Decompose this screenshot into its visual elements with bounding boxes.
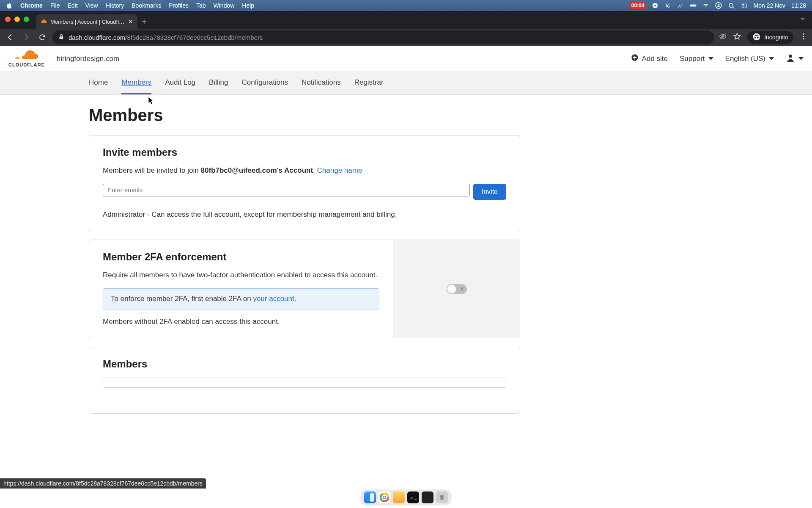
svg-rect-13 — [742, 6, 744, 8]
menu-help[interactable]: Help — [242, 2, 254, 9]
user-menu[interactable] — [786, 53, 804, 64]
reload-button[interactable] — [36, 31, 48, 43]
menu-window[interactable]: Window — [214, 2, 235, 9]
add-site-button[interactable]: Add site — [631, 54, 668, 64]
chevron-down-icon — [708, 57, 713, 60]
tool-icon[interactable] — [664, 2, 671, 9]
account-icon[interactable] — [715, 2, 722, 9]
browser-tab[interactable]: Members | Account | Cloudflare ✕ — [36, 14, 137, 29]
svg-rect-6 — [690, 5, 695, 7]
invite-intro-prefix: Members will be invited to join — [103, 166, 200, 174]
battery-timer[interactable]: 00:04 — [630, 2, 646, 9]
your-account-link[interactable]: your account — [253, 295, 294, 303]
bookmark-star-icon[interactable] — [733, 32, 741, 42]
svg-rect-7 — [696, 5, 696, 6]
menubar-time[interactable]: 11:28 — [791, 2, 806, 9]
window-close-button[interactable] — [5, 17, 11, 22]
window-zoom-button[interactable] — [24, 17, 29, 22]
subnav-members[interactable]: Members — [121, 72, 151, 94]
menu-file[interactable]: File — [50, 2, 60, 9]
twofa-info-prefix: To enforce member 2FA, first enable 2FA … — [111, 295, 253, 303]
members-search-row[interactable] — [103, 378, 506, 388]
window-minimize-button[interactable] — [14, 17, 20, 22]
back-button[interactable] — [4, 31, 16, 43]
dock-chrome-icon[interactable] — [379, 491, 390, 503]
twofa-toggle[interactable]: ✕ — [447, 284, 467, 294]
chrome-toolbar: dash.cloudflare.com/8f5dc28a78328cf767de… — [0, 29, 812, 46]
account-subnav: Home Members Audit Log Billing Configura… — [0, 72, 812, 95]
invite-button[interactable]: Invite — [473, 184, 506, 200]
subnav-home[interactable]: Home — [89, 72, 108, 94]
svg-rect-34 — [440, 495, 444, 496]
tab-close-icon[interactable]: ✕ — [128, 19, 133, 25]
svg-line-11 — [732, 7, 734, 8]
cloudflare-logo[interactable]: CLOUDFLARE — [8, 50, 45, 67]
battery-icon[interactable] — [690, 2, 697, 9]
account-name[interactable]: hiringfordesign.com — [57, 55, 119, 63]
tabs-dropdown-icon[interactable] — [799, 15, 806, 24]
chrome-menu-icon[interactable] — [799, 32, 808, 42]
role-description: Administrator - Can access the full acco… — [103, 209, 506, 220]
subnav-billing[interactable]: Billing — [209, 72, 228, 94]
bolt-icon[interactable] — [652, 2, 658, 9]
menubar-date[interactable]: Mon 22 Nov — [753, 2, 785, 9]
dock-notes-icon[interactable] — [393, 491, 405, 503]
twofa-description: Require all members to have two-factor a… — [103, 270, 379, 281]
invite-members-card: Invite members Members will be invited t… — [89, 135, 520, 231]
svg-point-18 — [753, 33, 760, 40]
tab-title: Members | Account | Cloudflare — [50, 19, 125, 25]
invite-intro: Members will be invited to join 80fb7bc0… — [103, 165, 506, 176]
menu-edit[interactable]: Edit — [67, 2, 77, 9]
dock-terminal-icon[interactable]: ＞_ — [407, 491, 419, 503]
forward-button[interactable] — [20, 31, 32, 43]
address-bar[interactable]: dash.cloudflare.com/8f5dc28a78328cf767de… — [52, 30, 714, 44]
dots-icon[interactable] — [677, 2, 684, 9]
svg-rect-14 — [745, 3, 746, 7]
member-2fa-card: Member 2FA enforcement Require all membe… — [89, 240, 520, 338]
svg-point-33 — [384, 497, 386, 499]
language-dropdown[interactable]: English (US) — [725, 55, 774, 63]
subnav-configurations[interactable]: Configurations — [241, 72, 288, 94]
add-site-label: Add site — [642, 55, 668, 63]
svg-point-19 — [754, 36, 756, 38]
incognito-indicator[interactable]: Incognito — [747, 31, 793, 44]
svg-point-2 — [680, 5, 680, 6]
support-dropdown[interactable]: Support — [680, 55, 713, 63]
incognito-icon — [752, 33, 761, 42]
menu-tab[interactable]: Tab — [196, 2, 206, 9]
svg-point-20 — [757, 36, 759, 38]
url-path: /8f5dc28a78328cf767dee0cc5e12cbdb/member… — [125, 34, 263, 41]
page-content: Members Invite members Members will be i… — [0, 95, 812, 508]
cloudflare-header: CLOUDFLARE hiringfordesign.com Add site … — [0, 46, 812, 72]
apple-icon[interactable] — [6, 2, 13, 9]
subnav-audit-log[interactable]: Audit Log — [165, 72, 195, 94]
menu-history[interactable]: History — [106, 2, 124, 9]
eye-off-icon[interactable] — [719, 32, 727, 42]
dock-trash-icon[interactable] — [436, 491, 448, 503]
control-center-icon[interactable] — [741, 2, 747, 9]
menu-profiles[interactable]: Profiles — [169, 2, 189, 9]
page-title: Members — [89, 106, 520, 125]
menu-bookmarks[interactable]: Bookmarks — [132, 2, 161, 9]
menubar-app-name[interactable]: Chrome — [20, 2, 43, 9]
menu-view[interactable]: View — [85, 2, 98, 9]
invite-account-name: 80fb7bc0@uifeed.com's Account — [200, 166, 313, 174]
dock-finder-icon[interactable] — [364, 491, 376, 503]
search-icon[interactable] — [728, 2, 735, 9]
subnav-notifications[interactable]: Notifications — [302, 72, 341, 94]
members-list-card: Members — [89, 347, 520, 414]
chevron-down-icon — [798, 57, 804, 60]
wifi-icon[interactable] — [702, 2, 709, 9]
twofa-footnote: Members without 2FA enabled can access t… — [103, 316, 379, 327]
language-label: English (US) — [725, 55, 765, 63]
svg-rect-27 — [370, 493, 374, 502]
toggle-knob — [447, 284, 456, 294]
new-tab-button[interactable]: + — [142, 14, 147, 29]
change-name-link[interactable]: Change name — [317, 166, 362, 174]
dock-app-icon[interactable] — [422, 491, 433, 503]
chevron-down-icon — [769, 57, 774, 60]
subnav-registrar[interactable]: Registrar — [354, 72, 384, 94]
invite-email-input[interactable] — [103, 184, 470, 196]
incognito-label: Incognito — [764, 34, 788, 41]
support-label: Support — [680, 55, 705, 63]
